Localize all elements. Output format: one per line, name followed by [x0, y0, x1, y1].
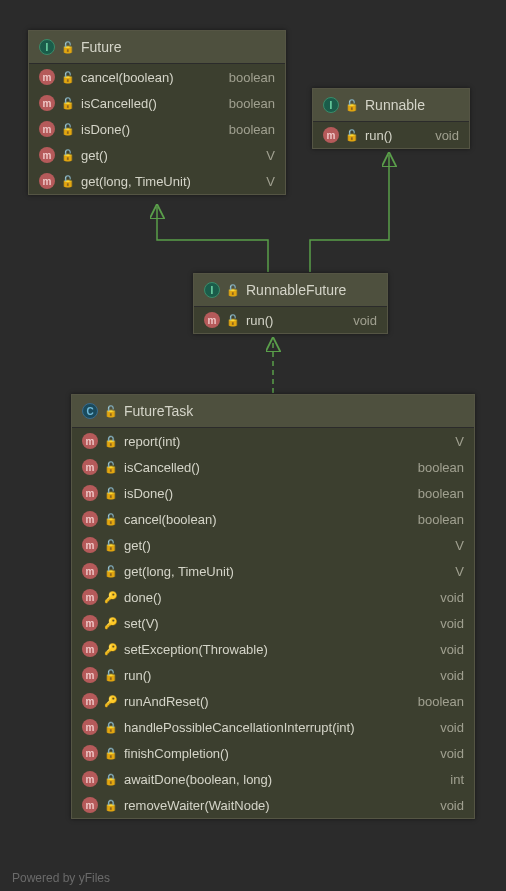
return-type: V: [455, 564, 464, 579]
class-header: C 🔓 FutureTask: [72, 395, 474, 428]
method-row[interactable]: m🔓isCancelled()boolean: [72, 454, 474, 480]
public-icon: 🔓: [104, 461, 118, 474]
return-type: boolean: [418, 486, 464, 501]
public-icon: 🔓: [61, 149, 75, 162]
protected-icon: 🔑: [104, 695, 118, 708]
public-icon: 🔓: [226, 314, 240, 327]
method-name: cancel(boolean): [124, 512, 392, 527]
method-icon: m: [82, 667, 98, 683]
method-name: isDone(): [81, 122, 203, 137]
return-type: void: [440, 616, 464, 631]
public-icon: 🔓: [104, 565, 118, 578]
class-icon: C: [82, 403, 98, 419]
lock-icon: 🔓: [61, 41, 75, 54]
method-row[interactable]: m🔓get(long, TimeUnit)V: [72, 558, 474, 584]
return-type: void: [440, 590, 464, 605]
method-row[interactable]: m🔓cancel(boolean)boolean: [29, 64, 285, 90]
method-row[interactable]: m🔓isCancelled()boolean: [29, 90, 285, 116]
return-type: void: [440, 720, 464, 735]
method-name: done(): [124, 590, 414, 605]
method-row[interactable]: m🔒awaitDone(boolean, long)int: [72, 766, 474, 792]
method-name: get(): [124, 538, 429, 553]
interface-icon: I: [323, 97, 339, 113]
lock-icon: 🔓: [226, 284, 240, 297]
method-row[interactable]: m🔒report(int)V: [72, 428, 474, 454]
return-type: boolean: [229, 96, 275, 111]
class-header: I 🔓 Runnable: [313, 89, 469, 122]
runnable-class-box[interactable]: I 🔓 Runnable m🔓run()void: [312, 88, 470, 149]
public-icon: 🔓: [104, 539, 118, 552]
method-row[interactable]: m🔒finishCompletion()void: [72, 740, 474, 766]
private-icon: 🔒: [104, 747, 118, 760]
method-icon: m: [82, 615, 98, 631]
method-row[interactable]: m🔓run()void: [194, 307, 387, 333]
method-row[interactable]: m🔒handlePossibleCancellationInterrupt(in…: [72, 714, 474, 740]
method-icon: m: [82, 797, 98, 813]
return-type: void: [435, 128, 459, 143]
method-name: run(): [246, 313, 327, 328]
return-type: void: [440, 642, 464, 657]
future-class-box[interactable]: I 🔓 Future m🔓cancel(boolean)booleanm🔓isC…: [28, 30, 286, 195]
public-icon: 🔓: [104, 487, 118, 500]
method-row[interactable]: m🔓isDone()boolean: [72, 480, 474, 506]
method-name: cancel(boolean): [81, 70, 203, 85]
method-icon: m: [82, 563, 98, 579]
method-name: get(): [81, 148, 240, 163]
lock-icon: 🔓: [104, 405, 118, 418]
method-icon: m: [39, 173, 55, 189]
lock-icon: 🔓: [345, 99, 359, 112]
method-icon: m: [39, 69, 55, 85]
method-name: removeWaiter(WaitNode): [124, 798, 414, 813]
method-row[interactable]: m🔓run()void: [72, 662, 474, 688]
method-icon: m: [39, 95, 55, 111]
return-type: void: [440, 798, 464, 813]
method-row[interactable]: m🔓cancel(boolean)boolean: [72, 506, 474, 532]
public-icon: 🔓: [104, 669, 118, 682]
method-icon: m: [39, 147, 55, 163]
public-icon: 🔓: [61, 175, 75, 188]
method-name: awaitDone(boolean, long): [124, 772, 424, 787]
method-name: setException(Throwable): [124, 642, 414, 657]
method-icon: m: [82, 459, 98, 475]
method-row[interactable]: m🔓isDone()boolean: [29, 116, 285, 142]
return-type: boolean: [229, 70, 275, 85]
method-icon: m: [82, 693, 98, 709]
method-row[interactable]: m🔒removeWaiter(WaitNode)void: [72, 792, 474, 818]
public-icon: 🔓: [61, 123, 75, 136]
return-type: V: [455, 538, 464, 553]
private-icon: 🔒: [104, 799, 118, 812]
method-row[interactable]: m🔓get(long, TimeUnit)V: [29, 168, 285, 194]
footer-credit: Powered by yFiles: [12, 871, 110, 885]
futuretask-class-box[interactable]: C 🔓 FutureTask m🔒report(int)Vm🔓isCancell…: [71, 394, 475, 819]
method-row[interactable]: m🔑done()void: [72, 584, 474, 610]
method-row[interactable]: m🔑setException(Throwable)void: [72, 636, 474, 662]
class-name: Runnable: [365, 97, 425, 113]
method-icon: m: [82, 771, 98, 787]
return-type: boolean: [418, 460, 464, 475]
return-type: boolean: [418, 512, 464, 527]
return-type: boolean: [229, 122, 275, 137]
method-icon: m: [82, 433, 98, 449]
method-name: runAndReset(): [124, 694, 392, 709]
method-row[interactable]: m🔓get()V: [29, 142, 285, 168]
runnablefuture-class-box[interactable]: I 🔓 RunnableFuture m🔓run()void: [193, 273, 388, 334]
method-row[interactable]: m🔑set(V)void: [72, 610, 474, 636]
return-type: V: [455, 434, 464, 449]
class-name: Future: [81, 39, 121, 55]
method-name: report(int): [124, 434, 429, 449]
method-name: run(): [124, 668, 414, 683]
return-type: int: [450, 772, 464, 787]
private-icon: 🔒: [104, 773, 118, 786]
method-row[interactable]: m🔓get()V: [72, 532, 474, 558]
public-icon: 🔓: [61, 71, 75, 84]
method-row[interactable]: m🔑runAndReset()boolean: [72, 688, 474, 714]
method-row[interactable]: m🔓run()void: [313, 122, 469, 148]
method-list: m🔓cancel(boolean)booleanm🔓isCancelled()b…: [29, 64, 285, 194]
method-name: get(long, TimeUnit): [124, 564, 429, 579]
method-name: get(long, TimeUnit): [81, 174, 240, 189]
public-icon: 🔓: [61, 97, 75, 110]
method-icon: m: [82, 511, 98, 527]
public-icon: 🔓: [104, 513, 118, 526]
method-name: isCancelled(): [81, 96, 203, 111]
method-icon: m: [82, 589, 98, 605]
